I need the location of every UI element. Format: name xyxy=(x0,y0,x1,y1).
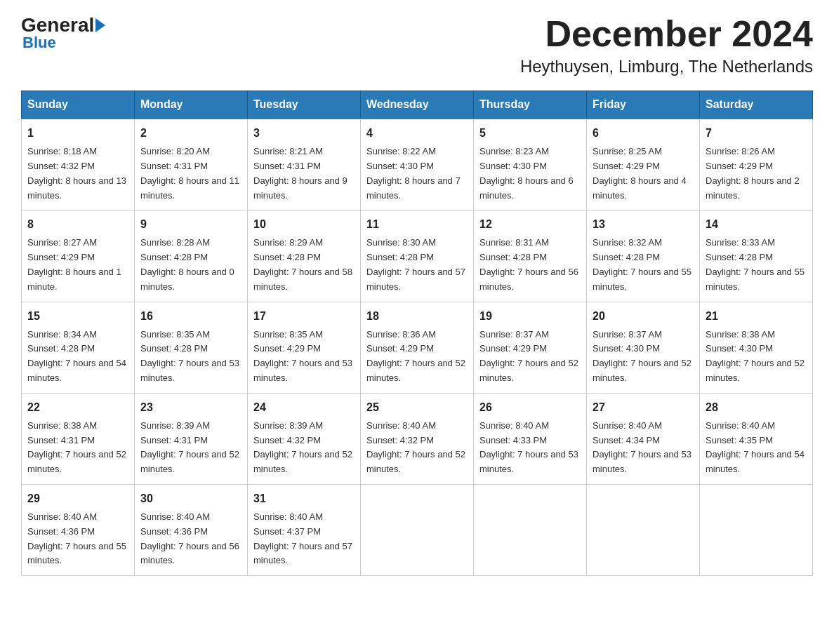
day-info: Sunrise: 8:39 AM Sunset: 4:32 PM Dayligh… xyxy=(253,419,355,477)
calendar-cell xyxy=(700,484,813,575)
calendar-cell: 5 Sunrise: 8:23 AM Sunset: 4:30 PM Dayli… xyxy=(474,119,587,210)
calendar-cell: 3 Sunrise: 8:21 AM Sunset: 4:31 PM Dayli… xyxy=(248,119,361,210)
day-info: Sunrise: 8:28 AM Sunset: 4:28 PM Dayligh… xyxy=(140,236,241,294)
day-number: 1 xyxy=(27,125,128,142)
calendar-cell: 14 Sunrise: 8:33 AM Sunset: 4:28 PM Dayl… xyxy=(700,210,813,302)
day-info: Sunrise: 8:31 AM Sunset: 4:28 PM Dayligh… xyxy=(479,236,581,294)
day-info: Sunrise: 8:40 AM Sunset: 4:35 PM Dayligh… xyxy=(706,419,807,477)
calendar-cell: 16 Sunrise: 8:35 AM Sunset: 4:28 PM Dayl… xyxy=(135,302,248,393)
day-info: Sunrise: 8:32 AM Sunset: 4:28 PM Dayligh… xyxy=(593,236,694,294)
calendar-table: Sunday Monday Tuesday Wednesday Thursday… xyxy=(21,90,813,576)
header-wednesday: Wednesday xyxy=(361,91,474,119)
calendar-cell: 11 Sunrise: 8:30 AM Sunset: 4:28 PM Dayl… xyxy=(361,210,474,302)
day-info: Sunrise: 8:40 AM Sunset: 4:36 PM Dayligh… xyxy=(27,510,128,568)
day-number: 15 xyxy=(27,308,128,325)
calendar-cell xyxy=(474,484,587,575)
day-info: Sunrise: 8:30 AM Sunset: 4:28 PM Dayligh… xyxy=(366,236,468,294)
calendar-cell: 21 Sunrise: 8:38 AM Sunset: 4:30 PM Dayl… xyxy=(700,302,813,393)
calendar-week-row: 8 Sunrise: 8:27 AM Sunset: 4:29 PM Dayli… xyxy=(22,210,813,302)
day-info: Sunrise: 8:37 AM Sunset: 4:29 PM Dayligh… xyxy=(479,328,581,386)
calendar-cell: 18 Sunrise: 8:36 AM Sunset: 4:29 PM Dayl… xyxy=(361,302,474,393)
day-number: 21 xyxy=(706,308,807,325)
header-sunday: Sunday xyxy=(22,91,135,119)
calendar-cell: 25 Sunrise: 8:40 AM Sunset: 4:32 PM Dayl… xyxy=(361,393,474,484)
calendar-cell: 9 Sunrise: 8:28 AM Sunset: 4:28 PM Dayli… xyxy=(135,210,248,302)
day-info: Sunrise: 8:26 AM Sunset: 4:29 PM Dayligh… xyxy=(706,145,807,203)
day-info: Sunrise: 8:35 AM Sunset: 4:29 PM Dayligh… xyxy=(253,328,355,386)
day-number: 22 xyxy=(27,399,128,416)
day-number: 18 xyxy=(366,308,468,325)
day-number: 29 xyxy=(27,490,128,507)
day-info: Sunrise: 8:40 AM Sunset: 4:37 PM Dayligh… xyxy=(253,510,355,568)
day-info: Sunrise: 8:40 AM Sunset: 4:34 PM Dayligh… xyxy=(593,419,694,477)
day-number: 28 xyxy=(706,399,807,416)
calendar-cell: 23 Sunrise: 8:39 AM Sunset: 4:31 PM Dayl… xyxy=(135,393,248,484)
day-info: Sunrise: 8:39 AM Sunset: 4:31 PM Dayligh… xyxy=(140,419,241,477)
calendar-cell: 2 Sunrise: 8:20 AM Sunset: 4:31 PM Dayli… xyxy=(135,119,248,210)
logo-blue-text: Blue xyxy=(21,34,56,52)
title-block: December 2024 Heythuysen, Limburg, The N… xyxy=(520,14,813,76)
day-info: Sunrise: 8:22 AM Sunset: 4:30 PM Dayligh… xyxy=(366,145,468,203)
day-number: 24 xyxy=(253,399,355,416)
header-tuesday: Tuesday xyxy=(248,91,361,119)
calendar-subtitle: Heythuysen, Limburg, The Netherlands xyxy=(520,57,813,76)
day-number: 13 xyxy=(593,216,694,233)
day-number: 10 xyxy=(253,216,355,233)
day-number: 9 xyxy=(140,216,241,233)
day-info: Sunrise: 8:33 AM Sunset: 4:28 PM Dayligh… xyxy=(706,236,807,294)
calendar-cell: 19 Sunrise: 8:37 AM Sunset: 4:29 PM Dayl… xyxy=(474,302,587,393)
day-info: Sunrise: 8:35 AM Sunset: 4:28 PM Dayligh… xyxy=(140,328,241,386)
day-info: Sunrise: 8:29 AM Sunset: 4:28 PM Dayligh… xyxy=(253,236,355,294)
calendar-cell: 27 Sunrise: 8:40 AM Sunset: 4:34 PM Dayl… xyxy=(587,393,700,484)
day-number: 12 xyxy=(479,216,581,233)
logo: General Blue xyxy=(21,14,107,52)
header-thursday: Thursday xyxy=(474,91,587,119)
day-number: 27 xyxy=(593,399,694,416)
weekday-header-row: Sunday Monday Tuesday Wednesday Thursday… xyxy=(22,91,813,119)
day-info: Sunrise: 8:36 AM Sunset: 4:29 PM Dayligh… xyxy=(366,328,468,386)
day-number: 19 xyxy=(479,308,581,325)
day-number: 20 xyxy=(593,308,694,325)
day-number: 6 xyxy=(593,125,694,142)
day-number: 8 xyxy=(27,216,128,233)
day-info: Sunrise: 8:21 AM Sunset: 4:31 PM Dayligh… xyxy=(253,145,355,203)
day-number: 2 xyxy=(140,125,241,142)
day-info: Sunrise: 8:38 AM Sunset: 4:31 PM Dayligh… xyxy=(27,419,128,477)
calendar-cell: 4 Sunrise: 8:22 AM Sunset: 4:30 PM Dayli… xyxy=(361,119,474,210)
calendar-cell xyxy=(587,484,700,575)
day-number: 30 xyxy=(140,490,241,507)
calendar-cell: 13 Sunrise: 8:32 AM Sunset: 4:28 PM Dayl… xyxy=(587,210,700,302)
calendar-cell: 12 Sunrise: 8:31 AM Sunset: 4:28 PM Dayl… xyxy=(474,210,587,302)
day-info: Sunrise: 8:37 AM Sunset: 4:30 PM Dayligh… xyxy=(593,328,694,386)
header-monday: Monday xyxy=(135,91,248,119)
calendar-cell: 30 Sunrise: 8:40 AM Sunset: 4:36 PM Dayl… xyxy=(135,484,248,575)
calendar-cell: 29 Sunrise: 8:40 AM Sunset: 4:36 PM Dayl… xyxy=(22,484,135,575)
calendar-week-row: 1 Sunrise: 8:18 AM Sunset: 4:32 PM Dayli… xyxy=(22,119,813,210)
day-info: Sunrise: 8:40 AM Sunset: 4:33 PM Dayligh… xyxy=(479,419,581,477)
calendar-week-row: 29 Sunrise: 8:40 AM Sunset: 4:36 PM Dayl… xyxy=(22,484,813,575)
day-number: 25 xyxy=(366,399,468,416)
day-info: Sunrise: 8:40 AM Sunset: 4:36 PM Dayligh… xyxy=(140,510,241,568)
header-saturday: Saturday xyxy=(700,91,813,119)
day-info: Sunrise: 8:27 AM Sunset: 4:29 PM Dayligh… xyxy=(27,236,128,294)
day-info: Sunrise: 8:23 AM Sunset: 4:30 PM Dayligh… xyxy=(479,145,581,203)
logo-arrow-icon xyxy=(95,18,105,32)
calendar-cell: 1 Sunrise: 8:18 AM Sunset: 4:32 PM Dayli… xyxy=(22,119,135,210)
day-info: Sunrise: 8:25 AM Sunset: 4:29 PM Dayligh… xyxy=(593,145,694,203)
calendar-title: December 2024 xyxy=(520,14,813,54)
calendar-cell: 8 Sunrise: 8:27 AM Sunset: 4:29 PM Dayli… xyxy=(22,210,135,302)
day-number: 5 xyxy=(479,125,581,142)
day-info: Sunrise: 8:18 AM Sunset: 4:32 PM Dayligh… xyxy=(27,145,128,203)
day-info: Sunrise: 8:38 AM Sunset: 4:30 PM Dayligh… xyxy=(706,328,807,386)
calendar-cell: 26 Sunrise: 8:40 AM Sunset: 4:33 PM Dayl… xyxy=(474,393,587,484)
day-number: 14 xyxy=(706,216,807,233)
day-number: 7 xyxy=(706,125,807,142)
header-friday: Friday xyxy=(587,91,700,119)
calendar-cell: 7 Sunrise: 8:26 AM Sunset: 4:29 PM Dayli… xyxy=(700,119,813,210)
day-number: 26 xyxy=(479,399,581,416)
page-header: General Blue December 2024 Heythuysen, L… xyxy=(21,14,813,76)
calendar-cell xyxy=(361,484,474,575)
calendar-cell: 22 Sunrise: 8:38 AM Sunset: 4:31 PM Dayl… xyxy=(22,393,135,484)
day-number: 31 xyxy=(253,490,355,507)
day-number: 23 xyxy=(140,399,241,416)
